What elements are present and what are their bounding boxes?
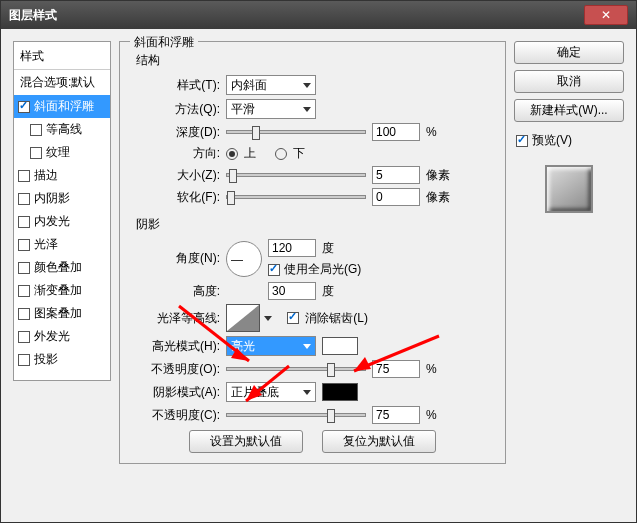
close-button[interactable]: ✕: [584, 5, 628, 25]
right-buttons-panel: 确定 取消 新建样式(W)... 预览(V): [514, 41, 624, 510]
technique-select[interactable]: 平滑: [226, 99, 316, 119]
shading-title: 阴影: [136, 216, 495, 233]
bevel-group: 斜面和浮雕 结构 样式(T): 内斜面 方法(Q): 平滑 深度(D): 100…: [119, 41, 506, 464]
bevel-emboss-item[interactable]: 斜面和浮雕: [14, 95, 110, 118]
gradient-overlay-checkbox[interactable]: [18, 285, 30, 297]
structure-title: 结构: [136, 52, 495, 69]
inner-shadow-item[interactable]: 内阴影: [14, 187, 110, 210]
direction-down-radio[interactable]: [275, 148, 287, 160]
global-light-label: 使用全局光(G): [284, 261, 361, 278]
shadow-opacity-input[interactable]: 75: [372, 406, 420, 424]
contour-item[interactable]: 等高线: [14, 118, 110, 141]
chevron-down-icon[interactable]: [264, 316, 272, 321]
shadow-opacity-label: 不透明度(C):: [130, 407, 220, 424]
soften-input[interactable]: 0: [372, 188, 420, 206]
direction-up-radio[interactable]: [226, 148, 238, 160]
styles-list-panel: 样式 混合选项:默认 斜面和浮雕 等高线 纹理 描边 内阴影 内发光 光泽 颜色…: [13, 41, 111, 510]
outer-glow-checkbox[interactable]: [18, 331, 30, 343]
depth-input[interactable]: 100: [372, 123, 420, 141]
pattern-overlay-checkbox[interactable]: [18, 308, 30, 320]
highlight-color-swatch[interactable]: [322, 337, 358, 355]
antialias-checkbox[interactable]: [287, 312, 299, 324]
gloss-contour-label: 光泽等高线:: [130, 310, 220, 327]
blend-options-item[interactable]: 混合选项:默认: [14, 70, 110, 95]
inner-shadow-checkbox[interactable]: [18, 193, 30, 205]
ok-button[interactable]: 确定: [514, 41, 624, 64]
technique-label: 方法(Q):: [130, 101, 220, 118]
stroke-checkbox[interactable]: [18, 170, 30, 182]
outer-glow-item[interactable]: 外发光: [14, 325, 110, 348]
stroke-item[interactable]: 描边: [14, 164, 110, 187]
chevron-down-icon: [303, 390, 311, 395]
size-slider[interactable]: [226, 173, 366, 177]
restore-default-button[interactable]: 复位为默认值: [322, 430, 436, 453]
highlight-mode-label: 高光模式(H):: [130, 338, 220, 355]
color-overlay-item[interactable]: 颜色叠加: [14, 256, 110, 279]
highlight-opacity-input[interactable]: 75: [372, 360, 420, 378]
inner-glow-checkbox[interactable]: [18, 216, 30, 228]
preview-label: 预览(V): [532, 132, 572, 149]
pattern-overlay-item[interactable]: 图案叠加: [14, 302, 110, 325]
layer-style-dialog: 图层样式 ✕ 样式 混合选项:默认 斜面和浮雕 等高线 纹理 描边 内阴影 内发…: [0, 0, 637, 523]
titlebar: 图层样式 ✕: [1, 1, 636, 29]
highlight-opacity-slider[interactable]: [226, 367, 366, 371]
texture-checkbox[interactable]: [30, 147, 42, 159]
bevel-emboss-checkbox[interactable]: [18, 101, 30, 113]
style-select[interactable]: 内斜面: [226, 75, 316, 95]
style-label: 样式(T):: [130, 77, 220, 94]
chevron-down-icon: [303, 83, 311, 88]
shadow-mode-label: 阴影模式(A):: [130, 384, 220, 401]
preview-checkbox[interactable]: [516, 135, 528, 147]
angle-label: 角度(N):: [130, 250, 220, 267]
chevron-down-icon: [303, 107, 311, 112]
depth-slider[interactable]: [226, 130, 366, 134]
window-title: 图层样式: [9, 7, 57, 24]
new-style-button[interactable]: 新建样式(W)...: [514, 99, 624, 122]
altitude-label: 高度:: [130, 283, 220, 300]
shadow-opacity-slider[interactable]: [226, 413, 366, 417]
altitude-input[interactable]: 30: [268, 282, 316, 300]
angle-dial[interactable]: [226, 241, 262, 277]
contour-checkbox[interactable]: [30, 124, 42, 136]
size-input[interactable]: 5: [372, 166, 420, 184]
soften-label: 软化(F):: [130, 189, 220, 206]
angle-input[interactable]: 120: [268, 239, 316, 257]
inner-glow-item[interactable]: 内发光: [14, 210, 110, 233]
direction-label: 方向:: [130, 145, 220, 162]
color-overlay-checkbox[interactable]: [18, 262, 30, 274]
gradient-overlay-item[interactable]: 渐变叠加: [14, 279, 110, 302]
satin-checkbox[interactable]: [18, 239, 30, 251]
cancel-button[interactable]: 取消: [514, 70, 624, 93]
chevron-down-icon: [303, 344, 311, 349]
drop-shadow-checkbox[interactable]: [18, 354, 30, 366]
depth-label: 深度(D):: [130, 124, 220, 141]
settings-panel: 斜面和浮雕 结构 样式(T): 内斜面 方法(Q): 平滑 深度(D): 100…: [119, 41, 506, 510]
highlight-mode-select[interactable]: 亮光: [226, 336, 316, 356]
satin-item[interactable]: 光泽: [14, 233, 110, 256]
antialias-label: 消除锯齿(L): [305, 310, 368, 327]
size-label: 大小(Z):: [130, 167, 220, 184]
gloss-contour-picker[interactable]: [226, 304, 260, 332]
set-default-button[interactable]: 设置为默认值: [189, 430, 303, 453]
drop-shadow-item[interactable]: 投影: [14, 348, 110, 371]
highlight-opacity-label: 不透明度(O):: [130, 361, 220, 378]
global-light-checkbox[interactable]: [268, 264, 280, 276]
bevel-group-title: 斜面和浮雕: [130, 34, 198, 51]
soften-slider[interactable]: [226, 195, 366, 199]
preview-thumbnail: [545, 165, 593, 213]
styles-title: 样式: [14, 44, 110, 70]
shadow-color-swatch[interactable]: [322, 383, 358, 401]
texture-item[interactable]: 纹理: [14, 141, 110, 164]
shadow-mode-select[interactable]: 正片叠底: [226, 382, 316, 402]
